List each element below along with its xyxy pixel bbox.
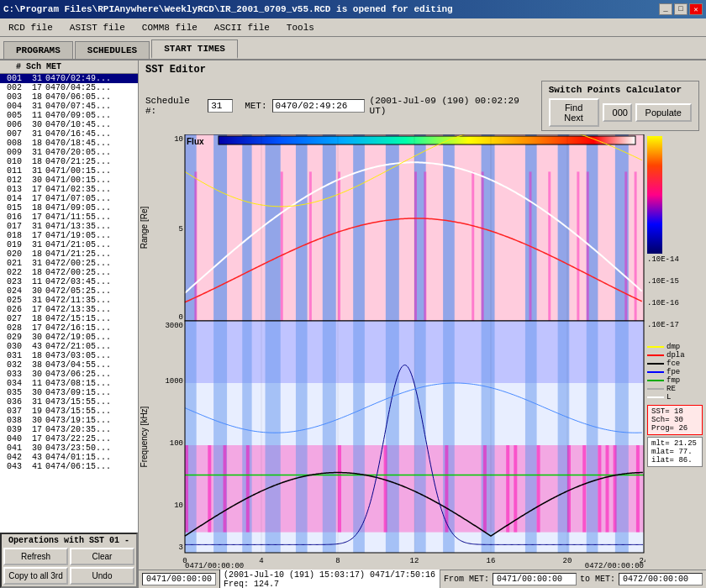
undo-button[interactable]: Undo <box>70 567 134 585</box>
maximize-button[interactable]: □ <box>674 3 688 15</box>
menu-tools[interactable]: Tools <box>282 21 319 34</box>
row-num: 035 <box>0 388 24 397</box>
row-num: 031 <box>0 351 24 360</box>
window-controls: _ □ ✕ <box>659 3 703 15</box>
list-body[interactable]: 001310470/02:49...002170470/04:25...0031… <box>0 74 138 533</box>
row-sch: 43 <box>24 342 44 351</box>
list-row[interactable]: 003180470/06:05... <box>0 92 138 102</box>
minimize-button[interactable]: _ <box>659 3 672 15</box>
list-row[interactable]: 034110473/08:15... <box>0 379 138 388</box>
list-row[interactable]: 037190473/15:55... <box>0 407 138 416</box>
row-met: 0470/09:05... <box>44 111 128 120</box>
to-met-input[interactable] <box>619 573 703 585</box>
status-center: (2001-Jul-10 (191) 15:03:17) 0471/17:50:… <box>219 569 440 589</box>
list-row[interactable]: 040170473/22:25... <box>0 434 138 444</box>
chart-area: .10E-14.10E-15.10E-16.10E-17dmpdplafcefp… <box>139 134 706 570</box>
list-row[interactable]: 027180472/15:15... <box>0 314 138 323</box>
list-row[interactable]: 036310473/15:55... <box>0 397 138 407</box>
row-sch: 30 <box>24 333 44 342</box>
list-row[interactable]: 029300472/19:05... <box>0 333 138 342</box>
row-num: 012 <box>0 176 24 185</box>
row-met: 0472/15:15... <box>44 314 128 323</box>
list-row[interactable]: 007310470/16:45... <box>0 129 138 139</box>
list-row[interactable]: 043410474/06:15... <box>0 462 138 471</box>
legend-item: L <box>647 393 703 402</box>
list-row[interactable]: 012300471/00:15... <box>0 176 138 185</box>
list-row[interactable]: 035300473/09:15... <box>0 388 138 397</box>
list-row[interactable]: 002170470/04:25... <box>0 83 138 92</box>
row-sch: 38 <box>24 360 44 370</box>
list-row[interactable]: 025310472/11:35... <box>0 296 138 305</box>
row-sch: 18 <box>24 139 44 148</box>
copy-to-all-3rd-button[interactable]: Copy to all 3rd <box>3 567 68 585</box>
row-met: 0470/02:49... <box>44 74 128 83</box>
row-sch: 18 <box>24 268 44 277</box>
list-row[interactable]: 021310472/00:25... <box>0 259 138 268</box>
menu-asist-file[interactable]: ASIST file <box>65 21 130 34</box>
list-row[interactable]: 042430474/01:15... <box>0 453 138 462</box>
list-row[interactable]: 032380473/04:55... <box>0 360 138 370</box>
list-row[interactable]: 008180470/18:45... <box>0 139 138 148</box>
sch-value: Sch= 30 <box>651 416 698 424</box>
menu-comm8-file[interactable]: COMM8 file <box>137 21 203 34</box>
ops-panel: Operations with SST 01 - Refresh Clear C… <box>0 533 138 588</box>
find-next-button[interactable]: Find Next <box>549 98 599 127</box>
row-sch: 43 <box>24 453 44 462</box>
row-num: 006 <box>0 120 24 129</box>
list-row[interactable]: 014170471/07:05... <box>0 194 138 203</box>
row-sch: 31 <box>24 240 44 249</box>
from-met-input[interactable] <box>493 573 577 585</box>
row-sch: 11 <box>24 379 44 388</box>
close-button[interactable]: ✕ <box>689 3 703 15</box>
col-header-num: # <box>0 61 24 72</box>
menu-rcd-file[interactable]: RCD file <box>3 21 58 34</box>
list-row[interactable]: 016170471/11:55... <box>0 213 138 222</box>
row-num: 030 <box>0 342 24 351</box>
menu-ascii-file[interactable]: ASCII file <box>209 21 275 34</box>
tab-schedules[interactable]: SCHEDULES <box>75 41 150 59</box>
list-row[interactable]: 005110470/09:05... <box>0 111 138 120</box>
list-row[interactable]: 004310470/07:45... <box>0 102 138 111</box>
row-sch: 30 <box>24 370 44 379</box>
list-row[interactable]: 006300470/10:45... <box>0 120 138 129</box>
list-row[interactable]: 001310470/02:49... <box>0 74 138 83</box>
list-row[interactable]: 030430472/21:05... <box>0 342 138 351</box>
calc-row: Schedule #: MET: (2001-Jul-09 (190) 00:0… <box>139 79 706 134</box>
tab-start-times[interactable]: START TIMES <box>151 39 238 59</box>
clear-button[interactable]: Clear <box>70 548 134 565</box>
row-sch: 17 <box>24 434 44 444</box>
refresh-button[interactable]: Refresh <box>3 548 68 565</box>
list-row[interactable]: 028170472/16:15... <box>0 323 138 333</box>
list-row[interactable]: 026170472/13:35... <box>0 305 138 314</box>
ops-buttons-row2: Copy to all 3rd Undo <box>3 567 134 585</box>
list-row[interactable]: 015180471/09:05... <box>0 203 138 213</box>
schedule-input[interactable] <box>208 99 233 113</box>
tab-programs[interactable]: PROGRAMS <box>3 41 73 59</box>
row-met: 0473/15:55... <box>44 407 128 416</box>
row-sch: 31 <box>24 148 44 157</box>
row-num: 018 <box>0 231 24 240</box>
populate-button[interactable]: Populate <box>635 103 692 122</box>
list-row[interactable]: 031180473/03:05... <box>0 351 138 360</box>
list-row[interactable]: 017310471/13:35... <box>0 222 138 231</box>
list-row[interactable]: 033300473/06:25... <box>0 370 138 379</box>
list-row[interactable]: 010180470/21:25... <box>0 157 138 166</box>
list-row[interactable]: 018170471/19:05... <box>0 231 138 240</box>
list-row[interactable]: 038300473/19:15... <box>0 416 138 425</box>
row-num: 023 <box>0 277 24 286</box>
legend-item: fpe <box>647 368 703 376</box>
list-row[interactable]: 023110472/03:45... <box>0 277 138 286</box>
list-row[interactable]: 039170473/20:35... <box>0 425 138 434</box>
list-row[interactable]: 013170471/02:35... <box>0 185 138 194</box>
list-row[interactable]: 022180472/00:25... <box>0 268 138 277</box>
list-row[interactable]: 024300472/05:25... <box>0 286 138 296</box>
row-sch: 11 <box>24 111 44 120</box>
met-input[interactable] <box>272 99 365 113</box>
list-row[interactable]: 019310471/21:05... <box>0 240 138 249</box>
ooo-button[interactable]: 000 <box>603 103 632 122</box>
list-row[interactable]: 020180471/21:25... <box>0 249 138 259</box>
list-row[interactable]: 009310470/20:05... <box>0 148 138 157</box>
list-row[interactable]: 011310471/00:15... <box>0 166 138 176</box>
list-row[interactable]: 041300473/23:50... <box>0 444 138 453</box>
row-num: 025 <box>0 296 24 305</box>
